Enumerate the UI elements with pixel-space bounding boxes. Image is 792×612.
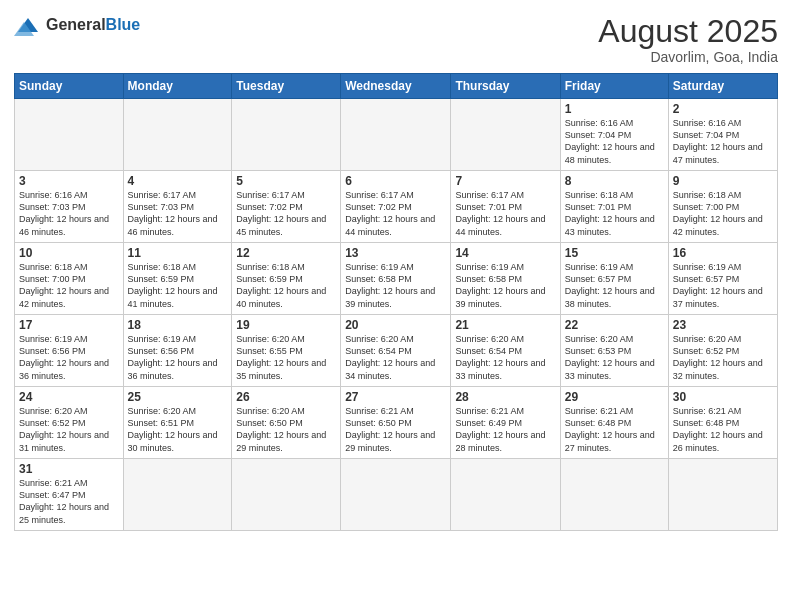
logo-blue: Blue <box>106 16 141 33</box>
day-info: Sunrise: 6:21 AM Sunset: 6:50 PM Dayligh… <box>345 405 446 454</box>
calendar-week-2: 10Sunrise: 6:18 AM Sunset: 7:00 PM Dayli… <box>15 243 778 315</box>
day-number: 13 <box>345 246 446 260</box>
day-info: Sunrise: 6:20 AM Sunset: 6:53 PM Dayligh… <box>565 333 664 382</box>
day-info: Sunrise: 6:18 AM Sunset: 7:01 PM Dayligh… <box>565 189 664 238</box>
calendar-week-1: 3Sunrise: 6:16 AM Sunset: 7:03 PM Daylig… <box>15 171 778 243</box>
table-row: 6Sunrise: 6:17 AM Sunset: 7:02 PM Daylig… <box>341 171 451 243</box>
calendar-header-row: Sunday Monday Tuesday Wednesday Thursday… <box>15 74 778 99</box>
day-info: Sunrise: 6:20 AM Sunset: 6:54 PM Dayligh… <box>455 333 555 382</box>
day-number: 27 <box>345 390 446 404</box>
col-wednesday: Wednesday <box>341 74 451 99</box>
table-row: 13Sunrise: 6:19 AM Sunset: 6:58 PM Dayli… <box>341 243 451 315</box>
table-row <box>451 99 560 171</box>
day-number: 7 <box>455 174 555 188</box>
day-number: 6 <box>345 174 446 188</box>
table-row: 8Sunrise: 6:18 AM Sunset: 7:01 PM Daylig… <box>560 171 668 243</box>
page: GeneralBlue August 2025 Davorlim, Goa, I… <box>0 0 792 612</box>
day-info: Sunrise: 6:18 AM Sunset: 7:00 PM Dayligh… <box>19 261 119 310</box>
day-info: Sunrise: 6:20 AM Sunset: 6:54 PM Dayligh… <box>345 333 446 382</box>
day-info: Sunrise: 6:19 AM Sunset: 6:58 PM Dayligh… <box>345 261 446 310</box>
day-number: 15 <box>565 246 664 260</box>
table-row: 27Sunrise: 6:21 AM Sunset: 6:50 PM Dayli… <box>341 387 451 459</box>
table-row: 10Sunrise: 6:18 AM Sunset: 7:00 PM Dayli… <box>15 243 124 315</box>
day-info: Sunrise: 6:21 AM Sunset: 6:48 PM Dayligh… <box>673 405 773 454</box>
day-number: 12 <box>236 246 336 260</box>
day-info: Sunrise: 6:17 AM Sunset: 7:01 PM Dayligh… <box>455 189 555 238</box>
day-info: Sunrise: 6:19 AM Sunset: 6:58 PM Dayligh… <box>455 261 555 310</box>
day-info: Sunrise: 6:20 AM Sunset: 6:52 PM Dayligh… <box>19 405 119 454</box>
table-row: 1Sunrise: 6:16 AM Sunset: 7:04 PM Daylig… <box>560 99 668 171</box>
table-row: 11Sunrise: 6:18 AM Sunset: 6:59 PM Dayli… <box>123 243 232 315</box>
calendar-week-5: 31Sunrise: 6:21 AM Sunset: 6:47 PM Dayli… <box>15 459 778 531</box>
day-number: 1 <box>565 102 664 116</box>
day-number: 31 <box>19 462 119 476</box>
table-row: 31Sunrise: 6:21 AM Sunset: 6:47 PM Dayli… <box>15 459 124 531</box>
table-row <box>15 99 124 171</box>
day-info: Sunrise: 6:19 AM Sunset: 6:57 PM Dayligh… <box>673 261 773 310</box>
day-number: 23 <box>673 318 773 332</box>
table-row: 24Sunrise: 6:20 AM Sunset: 6:52 PM Dayli… <box>15 387 124 459</box>
table-row <box>341 459 451 531</box>
table-row <box>123 459 232 531</box>
table-row: 2Sunrise: 6:16 AM Sunset: 7:04 PM Daylig… <box>668 99 777 171</box>
day-info: Sunrise: 6:18 AM Sunset: 6:59 PM Dayligh… <box>128 261 228 310</box>
col-monday: Monday <box>123 74 232 99</box>
table-row: 17Sunrise: 6:19 AM Sunset: 6:56 PM Dayli… <box>15 315 124 387</box>
day-info: Sunrise: 6:19 AM Sunset: 6:57 PM Dayligh… <box>565 261 664 310</box>
header: GeneralBlue August 2025 Davorlim, Goa, I… <box>14 14 778 65</box>
month-title: August 2025 <box>598 14 778 49</box>
table-row: 7Sunrise: 6:17 AM Sunset: 7:01 PM Daylig… <box>451 171 560 243</box>
day-info: Sunrise: 6:20 AM Sunset: 6:55 PM Dayligh… <box>236 333 336 382</box>
day-number: 30 <box>673 390 773 404</box>
col-friday: Friday <box>560 74 668 99</box>
col-saturday: Saturday <box>668 74 777 99</box>
day-number: 3 <box>19 174 119 188</box>
table-row: 16Sunrise: 6:19 AM Sunset: 6:57 PM Dayli… <box>668 243 777 315</box>
day-info: Sunrise: 6:21 AM Sunset: 6:47 PM Dayligh… <box>19 477 119 526</box>
day-number: 10 <box>19 246 119 260</box>
day-number: 17 <box>19 318 119 332</box>
logo: GeneralBlue <box>14 14 140 36</box>
logo-general: General <box>46 16 106 33</box>
day-info: Sunrise: 6:16 AM Sunset: 7:04 PM Dayligh… <box>565 117 664 166</box>
table-row: 28Sunrise: 6:21 AM Sunset: 6:49 PM Dayli… <box>451 387 560 459</box>
table-row: 22Sunrise: 6:20 AM Sunset: 6:53 PM Dayli… <box>560 315 668 387</box>
col-sunday: Sunday <box>15 74 124 99</box>
day-number: 19 <box>236 318 336 332</box>
table-row: 25Sunrise: 6:20 AM Sunset: 6:51 PM Dayli… <box>123 387 232 459</box>
table-row: 18Sunrise: 6:19 AM Sunset: 6:56 PM Dayli… <box>123 315 232 387</box>
table-row: 5Sunrise: 6:17 AM Sunset: 7:02 PM Daylig… <box>232 171 341 243</box>
table-row <box>232 99 341 171</box>
day-number: 11 <box>128 246 228 260</box>
day-info: Sunrise: 6:18 AM Sunset: 7:00 PM Dayligh… <box>673 189 773 238</box>
table-row: 14Sunrise: 6:19 AM Sunset: 6:58 PM Dayli… <box>451 243 560 315</box>
day-number: 20 <box>345 318 446 332</box>
day-info: Sunrise: 6:19 AM Sunset: 6:56 PM Dayligh… <box>19 333 119 382</box>
table-row <box>123 99 232 171</box>
table-row <box>232 459 341 531</box>
table-row: 15Sunrise: 6:19 AM Sunset: 6:57 PM Dayli… <box>560 243 668 315</box>
day-info: Sunrise: 6:20 AM Sunset: 6:50 PM Dayligh… <box>236 405 336 454</box>
day-info: Sunrise: 6:16 AM Sunset: 7:03 PM Dayligh… <box>19 189 119 238</box>
day-number: 22 <box>565 318 664 332</box>
table-row: 4Sunrise: 6:17 AM Sunset: 7:03 PM Daylig… <box>123 171 232 243</box>
day-number: 8 <box>565 174 664 188</box>
day-info: Sunrise: 6:18 AM Sunset: 6:59 PM Dayligh… <box>236 261 336 310</box>
table-row <box>560 459 668 531</box>
table-row: 29Sunrise: 6:21 AM Sunset: 6:48 PM Dayli… <box>560 387 668 459</box>
day-info: Sunrise: 6:19 AM Sunset: 6:56 PM Dayligh… <box>128 333 228 382</box>
location: Davorlim, Goa, India <box>598 49 778 65</box>
day-info: Sunrise: 6:21 AM Sunset: 6:48 PM Dayligh… <box>565 405 664 454</box>
day-info: Sunrise: 6:17 AM Sunset: 7:02 PM Dayligh… <box>236 189 336 238</box>
day-info: Sunrise: 6:16 AM Sunset: 7:04 PM Dayligh… <box>673 117 773 166</box>
col-tuesday: Tuesday <box>232 74 341 99</box>
logo-text: GeneralBlue <box>46 16 140 34</box>
day-info: Sunrise: 6:21 AM Sunset: 6:49 PM Dayligh… <box>455 405 555 454</box>
day-number: 9 <box>673 174 773 188</box>
table-row <box>451 459 560 531</box>
day-number: 28 <box>455 390 555 404</box>
day-number: 26 <box>236 390 336 404</box>
calendar-table: Sunday Monday Tuesday Wednesday Thursday… <box>14 73 778 531</box>
table-row: 23Sunrise: 6:20 AM Sunset: 6:52 PM Dayli… <box>668 315 777 387</box>
day-number: 14 <box>455 246 555 260</box>
